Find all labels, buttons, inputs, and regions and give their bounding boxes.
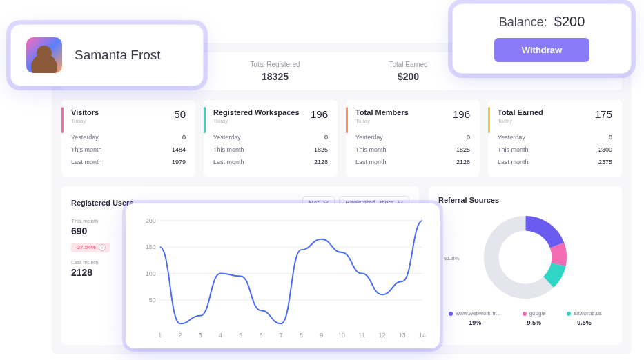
svg-text:4: 4 (219, 332, 222, 339)
info-icon[interactable]: ? (99, 244, 106, 251)
svg-text:14: 14 (419, 332, 426, 339)
stat-row: Yesterday0 (213, 131, 328, 143)
balance-value: $200 (554, 14, 585, 30)
stat-row: Yesterday0 (355, 131, 470, 143)
chart-title: Registered Users (71, 199, 134, 207)
svg-text:3: 3 (199, 332, 202, 339)
legend-value: 9.5% (567, 319, 602, 326)
stat-card-registered-workspaces: Registered WorkspacesToday196Yesterday0T… (204, 100, 338, 177)
legend-name: www.webwork-tr… (449, 310, 501, 317)
stat-row: This month2300 (498, 143, 612, 156)
stat-card-visitors: VisitorsToday50Yesterday0This month1484L… (61, 100, 195, 177)
svg-text:6: 6 (259, 332, 262, 339)
change-value: -37.54% (75, 244, 96, 250)
donut-chart: 19.0% 9.5% 9.5% 61.8% (438, 212, 612, 302)
legend-name: google (523, 310, 546, 317)
svg-text:200: 200 (146, 217, 156, 224)
svg-text:8: 8 (300, 332, 303, 339)
legend-name: adwords.us (567, 310, 602, 317)
stat-main-value: 175 (595, 108, 612, 120)
svg-text:100: 100 (146, 270, 156, 277)
slice-label-0: 19.0% (570, 219, 586, 226)
legend-item: www.webwork-tr…19% (449, 310, 501, 326)
slice-label-other: 61.8% (444, 255, 460, 261)
avatar (26, 37, 62, 73)
legend-item: adwords.us9.5% (567, 310, 602, 326)
stat-row: Last month2128 (355, 156, 470, 168)
stat-sub: Today (498, 118, 543, 124)
svg-text:11: 11 (358, 332, 365, 339)
total-registered-label: Total Registered (208, 61, 342, 68)
slice-label-2: 9.5% (592, 259, 604, 266)
stat-title: Visitors (71, 108, 99, 117)
referral-panel: Referral Sources 19.0% 9.5% 9.5% 61.8% w… (429, 186, 622, 345)
stat-row: Last month2375 (498, 156, 612, 168)
slice-label-1: 9.5% (593, 241, 605, 248)
stat-row: Last month1979 (71, 156, 186, 168)
line-chart: 501001502001234567891011121314 (139, 216, 426, 341)
total-registered-value: 18325 (208, 71, 342, 82)
svg-text:7: 7 (280, 332, 283, 339)
withdraw-button[interactable]: Withdraw (494, 38, 589, 62)
stat-sub: Today (71, 118, 99, 124)
legend-value: 19% (449, 319, 501, 326)
svg-text:1: 1 (158, 332, 162, 339)
this-month-value: 690 (71, 226, 130, 237)
stat-main-value: 196 (453, 108, 470, 120)
total-earned-value: $200 (342, 71, 475, 82)
chart-line (160, 221, 422, 323)
stat-sub: Today (213, 118, 300, 124)
stat-row: Yesterday0 (71, 131, 186, 143)
stat-row: Last month2128 (213, 156, 328, 168)
last-month-label: Last month (71, 259, 130, 266)
stat-row: This month1484 (71, 143, 186, 156)
svg-text:2: 2 (178, 332, 182, 339)
referral-legend: www.webwork-tr…19%google9.5%adwords.us9.… (438, 310, 612, 326)
stat-card-total-members: Total MembersToday196Yesterday0This mont… (346, 100, 480, 177)
stat-row: This month1825 (213, 143, 328, 156)
svg-text:150: 150 (146, 243, 156, 250)
svg-text:10: 10 (338, 332, 345, 339)
svg-text:12: 12 (379, 332, 386, 339)
stat-row: This month1825 (355, 143, 470, 156)
change-badge: -37.54% ? (71, 243, 110, 252)
balance-card: Balance: $200 Withdraw (452, 3, 632, 74)
stat-main-value: 196 (311, 108, 328, 120)
balance-label: Balance: (499, 15, 547, 30)
stat-title: Total Earned (498, 108, 543, 117)
chart-side-stats: This month 690 -37.54% ? Last month 2128 (71, 218, 130, 335)
svg-text:13: 13 (399, 332, 406, 339)
line-chart-card: 501001502001234567891011121314 (126, 203, 440, 348)
svg-text:5: 5 (239, 332, 242, 339)
stat-sub: Today (355, 118, 409, 124)
legend-item: google9.5% (523, 310, 546, 326)
profile-card: Samanta Frost (10, 24, 204, 86)
topbar-registered: Total Registered 18325 (208, 61, 342, 82)
stat-row: Yesterday0 (498, 131, 612, 143)
stat-title: Total Members (355, 108, 409, 117)
svg-text:50: 50 (149, 297, 156, 303)
svg-text:9: 9 (320, 332, 323, 339)
this-month-label: This month (71, 218, 130, 224)
referral-title: Referral Sources (438, 196, 612, 204)
stat-card-total-earned: Total EarnedToday175Yesterday0This month… (488, 100, 622, 177)
last-month-value: 2128 (71, 267, 130, 278)
stat-title: Registered Workspaces (213, 108, 300, 117)
profile-name: Samanta Frost (75, 48, 161, 63)
legend-value: 9.5% (523, 319, 546, 326)
stats-row: VisitorsToday50Yesterday0This month1484L… (61, 100, 622, 177)
stat-main-value: 50 (174, 108, 186, 120)
